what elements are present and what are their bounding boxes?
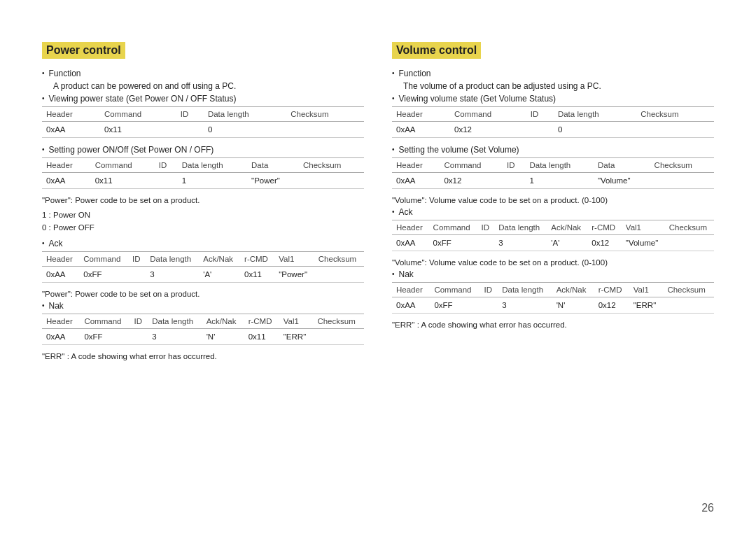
bullet-icon7: • bbox=[392, 94, 395, 102]
power-view-table: Header Command ID Data length Checksum 0… bbox=[42, 106, 364, 138]
power-note2: 1 : Power ON 0 : Power OFF bbox=[42, 209, 364, 234]
power-note1: "Power": Power code to be set on a produ… bbox=[42, 196, 364, 204]
bullet-icon9: • bbox=[392, 208, 395, 216]
power-ack-table: Header Command ID Data length Ack/Nak r-… bbox=[42, 251, 364, 283]
vol-nak-bullet: • Nak bbox=[392, 269, 714, 279]
table-row: 0xAA 0x11 0 bbox=[42, 122, 364, 138]
setting-bullet: • Setting power ON/Off (Set Power ON / O… bbox=[42, 145, 364, 155]
vol-setting-bullet: • Setting the volume (Set Volume) bbox=[392, 145, 714, 155]
volume-control-section: Volume control • Function The volume of … bbox=[392, 42, 714, 363]
table-row: 0xAA 0x11 1 "Power" bbox=[42, 173, 364, 189]
table-row: 0xAA 0xFF 3 'N' 0x11 "ERR" bbox=[42, 328, 364, 344]
ack-bullet: • Ack bbox=[42, 239, 364, 248]
vol-ack-table: Header Command ID Data length Ack/Nak r-… bbox=[392, 220, 714, 251]
bullet-icon6: • bbox=[392, 69, 395, 77]
vol-function-desc: The volume of a product can be adjusted … bbox=[403, 81, 714, 91]
bullet-icon2: • bbox=[42, 94, 45, 102]
vol-ack-note: "Volume": Volume value code to be set on… bbox=[392, 258, 714, 267]
power-err-note: "ERR" : A code showing what error has oc… bbox=[42, 352, 364, 360]
volume-control-title: Volume control bbox=[392, 42, 481, 59]
bullet-icon: • bbox=[42, 69, 45, 77]
function-desc: A product can be powered on and off usin… bbox=[53, 81, 364, 91]
vol-set-table: Header Command ID Data length Data Check… bbox=[392, 157, 714, 189]
bullet-icon8: • bbox=[392, 146, 395, 153]
vol-view-table: Header Command ID Data length Checksum 0… bbox=[392, 106, 714, 138]
function-bullet: • Function bbox=[42, 69, 364, 78]
table-row: 0xAA 0xFF 3 'A' 0x12 "Volume" bbox=[392, 235, 714, 251]
power-control-section: Power control • Function A product can b… bbox=[42, 42, 364, 363]
vol-err-note: "ERR" : A code showing what error has oc… bbox=[392, 321, 714, 329]
table-row: 0xAA 0xFF 3 'N' 0x12 "ERR" bbox=[392, 297, 714, 314]
vol-note1: "Volume": Volume value code to be set on… bbox=[392, 196, 714, 204]
power-set-table: Header Command ID Data length Data Check… bbox=[42, 157, 364, 189]
bullet-icon10: • bbox=[392, 270, 395, 278]
viewing-bullet: • Viewing power state (Get Power ON / OF… bbox=[42, 94, 364, 104]
bullet-icon4: • bbox=[42, 239, 45, 247]
power-nak-table: Header Command ID Data length Ack/Nak r-… bbox=[42, 314, 364, 345]
nak-bullet: • Nak bbox=[42, 301, 364, 311]
vol-nak-table: Header Command ID Data length Ack/Nak r-… bbox=[392, 282, 714, 314]
page-number: 26 bbox=[701, 502, 714, 514]
bullet-icon3: • bbox=[42, 146, 45, 153]
table-row: 0xAA 0x12 1 "Volume" bbox=[392, 173, 714, 189]
power-control-title: Power control bbox=[42, 42, 125, 59]
vol-function-bullet: • Function bbox=[392, 69, 714, 78]
bullet-icon5: • bbox=[42, 302, 45, 309]
table-row: 0xAA 0xFF 3 'A' 0x11 "Power" bbox=[42, 266, 364, 282]
vol-viewing-bullet: • Viewing volume state (Get Volume Statu… bbox=[392, 94, 714, 104]
table-row: 0xAA 0x12 0 bbox=[392, 122, 714, 138]
power-ack-note: "Power": Power code to be set on a produ… bbox=[42, 290, 364, 298]
vol-ack-bullet: • Ack bbox=[392, 207, 714, 217]
